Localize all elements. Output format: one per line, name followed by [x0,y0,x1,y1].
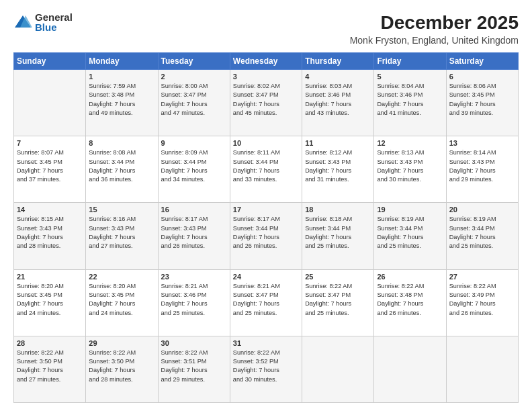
day-number: 19 [377,205,443,214]
day-number: 14 [17,205,83,214]
calendar-cell: 11Sunrise: 8:12 AM Sunset: 3:43 PM Dayli… [302,136,374,203]
logo-blue: Blue [35,22,73,32]
day-number: 13 [449,139,515,147]
day-number: 31 [233,339,299,347]
calendar-cell: 16Sunrise: 8:17 AM Sunset: 3:43 PM Dayli… [158,203,230,269]
calendar-cell: 15Sunrise: 8:16 AM Sunset: 3:43 PM Dayli… [86,203,158,269]
day-number: 29 [89,339,154,347]
day-info: Sunrise: 8:17 AM Sunset: 3:44 PM Dayligh… [233,215,299,250]
day-info: Sunrise: 7:59 AM Sunset: 3:48 PM Dayligh… [89,82,154,118]
day-header: Saturday [446,53,518,70]
day-info: Sunrise: 8:22 AM Sunset: 3:51 PM Dayligh… [161,349,227,384]
calendar-cell: 22Sunrise: 8:20 AM Sunset: 3:45 PM Dayli… [86,269,158,336]
calendar-cell: 31Sunrise: 8:22 AM Sunset: 3:52 PM Dayli… [230,336,302,402]
day-info: Sunrise: 8:21 AM Sunset: 3:47 PM Dayligh… [233,282,299,318]
day-number: 10 [233,139,299,147]
day-info: Sunrise: 8:22 AM Sunset: 3:52 PM Dayligh… [233,349,299,384]
calendar-cell: 17Sunrise: 8:17 AM Sunset: 3:44 PM Dayli… [230,203,302,269]
calendar-cell: 9Sunrise: 8:09 AM Sunset: 3:44 PM Daylig… [158,136,230,203]
day-info: Sunrise: 8:08 AM Sunset: 3:44 PM Dayligh… [89,148,154,184]
day-header: Sunday [14,53,86,70]
day-number: 11 [305,139,371,147]
day-info: Sunrise: 8:22 AM Sunset: 3:49 PM Dayligh… [449,282,515,318]
day-number: 7 [17,139,83,147]
calendar-cell: 7Sunrise: 8:07 AM Sunset: 3:45 PM Daylig… [14,136,86,203]
calendar-cell: 30Sunrise: 8:22 AM Sunset: 3:51 PM Dayli… [158,336,230,402]
day-info: Sunrise: 8:18 AM Sunset: 3:44 PM Dayligh… [305,215,371,250]
title-block: December 2025 Monk Fryston, England, Uni… [350,12,519,46]
day-number: 25 [305,273,371,281]
calendar-cell: 6Sunrise: 8:06 AM Sunset: 3:45 PM Daylig… [446,70,518,136]
day-number: 16 [161,205,227,214]
calendar-cell: 3Sunrise: 8:02 AM Sunset: 3:47 PM Daylig… [230,70,302,136]
logo-text: General Blue [35,12,73,32]
day-info: Sunrise: 8:03 AM Sunset: 3:46 PM Dayligh… [305,82,371,118]
day-info: Sunrise: 8:20 AM Sunset: 3:45 PM Dayligh… [17,282,83,318]
day-number: 15 [89,205,154,214]
calendar-week-row: 14Sunrise: 8:15 AM Sunset: 3:43 PM Dayli… [14,203,519,269]
calendar-week-row: 21Sunrise: 8:20 AM Sunset: 3:45 PM Dayli… [14,269,519,336]
calendar-cell: 10Sunrise: 8:11 AM Sunset: 3:44 PM Dayli… [230,136,302,203]
calendar-week-row: 28Sunrise: 8:22 AM Sunset: 3:50 PM Dayli… [14,336,519,402]
day-number: 3 [233,73,299,81]
calendar-cell: 25Sunrise: 8:22 AM Sunset: 3:47 PM Dayli… [302,269,374,336]
day-number: 30 [161,339,227,347]
day-header: Friday [374,53,446,70]
calendar-cell: 24Sunrise: 8:21 AM Sunset: 3:47 PM Dayli… [230,269,302,336]
calendar-cell: 5Sunrise: 8:04 AM Sunset: 3:46 PM Daylig… [374,70,446,136]
day-number: 9 [161,139,227,147]
calendar-cell: 26Sunrise: 8:22 AM Sunset: 3:48 PM Dayli… [374,269,446,336]
day-info: Sunrise: 8:19 AM Sunset: 3:44 PM Dayligh… [377,215,443,250]
day-number: 18 [305,205,371,214]
day-info: Sunrise: 8:22 AM Sunset: 3:50 PM Dayligh… [17,349,83,384]
logo: General Blue [13,12,73,32]
calendar-cell [302,336,374,402]
calendar-cell: 2Sunrise: 8:00 AM Sunset: 3:47 PM Daylig… [158,70,230,136]
logo-icon [13,13,32,32]
location: Monk Fryston, England, United Kingdom [350,35,519,46]
calendar-header-row: SundayMondayTuesdayWednesdayThursdayFrid… [14,53,519,70]
day-info: Sunrise: 8:21 AM Sunset: 3:46 PM Dayligh… [161,282,227,318]
calendar-cell: 4Sunrise: 8:03 AM Sunset: 3:46 PM Daylig… [302,70,374,136]
day-number: 21 [17,273,83,281]
day-number: 24 [233,273,299,281]
calendar-cell: 23Sunrise: 8:21 AM Sunset: 3:46 PM Dayli… [158,269,230,336]
month-title: December 2025 [350,12,519,34]
day-info: Sunrise: 8:15 AM Sunset: 3:43 PM Dayligh… [17,215,83,250]
day-number: 2 [161,73,227,81]
calendar-cell: 1Sunrise: 7:59 AM Sunset: 3:48 PM Daylig… [86,70,158,136]
day-info: Sunrise: 8:22 AM Sunset: 3:50 PM Dayligh… [89,349,154,384]
day-info: Sunrise: 8:14 AM Sunset: 3:43 PM Dayligh… [449,148,515,184]
day-info: Sunrise: 8:06 AM Sunset: 3:45 PM Dayligh… [449,82,515,118]
header: General Blue December 2025 Monk Fryston,… [13,12,519,46]
day-number: 17 [233,205,299,214]
logo-general: General [35,12,73,22]
day-header: Thursday [302,53,374,70]
calendar-cell: 27Sunrise: 8:22 AM Sunset: 3:49 PM Dayli… [446,269,518,336]
calendar: SundayMondayTuesdayWednesdayThursdayFrid… [13,52,519,403]
day-number: 22 [89,273,154,281]
day-info: Sunrise: 8:07 AM Sunset: 3:45 PM Dayligh… [17,148,83,184]
calendar-cell: 14Sunrise: 8:15 AM Sunset: 3:43 PM Dayli… [14,203,86,269]
day-info: Sunrise: 8:04 AM Sunset: 3:46 PM Dayligh… [377,82,443,118]
day-number: 27 [449,273,515,281]
calendar-week-row: 7Sunrise: 8:07 AM Sunset: 3:45 PM Daylig… [14,136,519,203]
day-info: Sunrise: 8:16 AM Sunset: 3:43 PM Dayligh… [89,215,154,250]
day-info: Sunrise: 8:22 AM Sunset: 3:47 PM Dayligh… [305,282,371,318]
day-number: 20 [449,205,515,214]
calendar-cell: 20Sunrise: 8:19 AM Sunset: 3:44 PM Dayli… [446,203,518,269]
day-number: 26 [377,273,443,281]
calendar-cell: 19Sunrise: 8:19 AM Sunset: 3:44 PM Dayli… [374,203,446,269]
day-info: Sunrise: 8:22 AM Sunset: 3:48 PM Dayligh… [377,282,443,318]
day-header: Tuesday [158,53,230,70]
day-number: 28 [17,339,83,347]
calendar-cell: 13Sunrise: 8:14 AM Sunset: 3:43 PM Dayli… [446,136,518,203]
day-info: Sunrise: 8:19 AM Sunset: 3:44 PM Dayligh… [449,215,515,250]
day-number: 1 [89,73,154,81]
calendar-cell: 29Sunrise: 8:22 AM Sunset: 3:50 PM Dayli… [86,336,158,402]
day-info: Sunrise: 8:13 AM Sunset: 3:43 PM Dayligh… [377,148,443,184]
day-number: 4 [305,73,371,81]
day-header: Monday [86,53,158,70]
day-number: 23 [161,273,227,281]
calendar-cell: 12Sunrise: 8:13 AM Sunset: 3:43 PM Dayli… [374,136,446,203]
